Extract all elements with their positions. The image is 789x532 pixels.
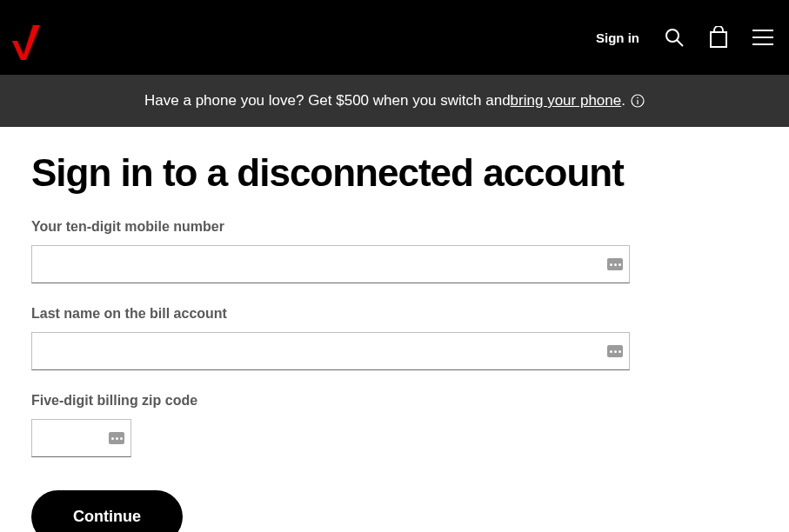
- promo-text-after: .: [621, 92, 625, 110]
- mobile-number-label: Your ten-digit mobile number: [31, 219, 758, 235]
- promo-banner: Have a phone you love? Get $500 when you…: [0, 75, 789, 127]
- zip-group: Five-digit billing zip code: [31, 393, 758, 457]
- mobile-number-group: Your ten-digit mobile number: [31, 219, 758, 283]
- lastname-label: Last name on the bill account: [31, 306, 758, 322]
- menu-icon[interactable]: [752, 30, 773, 45]
- lastname-input[interactable]: [31, 332, 630, 370]
- verizon-logo[interactable]: [9, 15, 43, 60]
- page-title: Sign in to a disconnected account: [31, 151, 758, 195]
- promo-text-before: Have a phone you love? Get $500 when you…: [144, 92, 511, 110]
- promo-link[interactable]: bring your phone: [511, 92, 622, 110]
- mobile-number-input[interactable]: [31, 245, 630, 283]
- main-content: Sign in to a disconnected account Your t…: [0, 127, 789, 532]
- svg-point-0: [666, 30, 679, 42]
- search-icon[interactable]: [664, 27, 685, 48]
- shopping-bag-icon[interactable]: [709, 26, 728, 49]
- sign-in-link[interactable]: Sign in: [596, 30, 639, 45]
- zip-label: Five-digit billing zip code: [31, 393, 758, 409]
- info-icon[interactable]: [631, 94, 645, 108]
- header-actions: Sign in: [596, 26, 773, 49]
- continue-button[interactable]: Continue: [31, 490, 183, 532]
- zip-input[interactable]: [31, 419, 131, 457]
- svg-line-1: [677, 40, 683, 46]
- svg-point-7: [637, 97, 639, 99]
- site-header: Sign in: [0, 0, 789, 75]
- lastname-group: Last name on the bill account: [31, 306, 758, 370]
